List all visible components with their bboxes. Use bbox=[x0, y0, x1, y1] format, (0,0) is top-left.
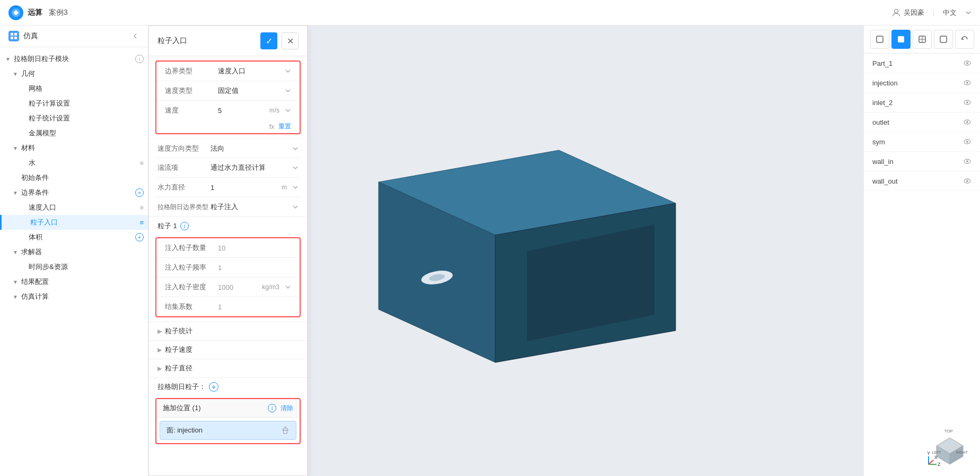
particle-stat-collapse[interactable]: ▶ 粒子统计 bbox=[149, 322, 307, 340]
sidebar-item-metal-model[interactable]: 金属模型 bbox=[0, 126, 148, 141]
view-isometric-btn[interactable] bbox=[870, 30, 889, 49]
velocity-type-value: 固定值 bbox=[218, 86, 239, 96]
right-panel-item-wallin[interactable]: wall_in bbox=[864, 152, 980, 171]
cohesion-value[interactable]: 1 bbox=[218, 303, 222, 311]
lagrange-boundary-value: 粒子注入 bbox=[211, 202, 238, 212]
cohesion-row: 结集系数 1 bbox=[156, 297, 300, 316]
sidebar-item-water[interactable]: 水 ≡ bbox=[0, 155, 148, 170]
eye-icon-wallout[interactable] bbox=[963, 177, 972, 185]
svg-text:TOP: TOP bbox=[944, 429, 953, 434]
hydraulic-row: 水力直径 1 m bbox=[149, 178, 307, 197]
direction-type-value-area[interactable]: 法向 bbox=[211, 144, 299, 153]
inject-density-label: 注入粒子密度 bbox=[165, 282, 218, 292]
cohesion-label: 结集系数 bbox=[165, 302, 218, 311]
lagrange-add-icon[interactable]: + bbox=[209, 382, 218, 392]
project-name[interactable]: 案例3 bbox=[49, 8, 68, 18]
add-body-force-icon[interactable]: + bbox=[135, 233, 144, 241]
right-panel-item-inlet2[interactable]: inlet_2 bbox=[864, 93, 980, 112]
sidebar-item-geometry[interactable]: ▼ 几何 bbox=[0, 66, 148, 81]
delete-icon[interactable] bbox=[281, 426, 290, 435]
lagrange-boundary-value-area[interactable]: 粒子注入 bbox=[211, 202, 299, 212]
sidebar-tree: ▼ 拉格朗日粒子模块 i ▼ 几何 网格 粒子计算设置 bbox=[0, 47, 148, 476]
svg-point-24 bbox=[966, 82, 968, 84]
close-button[interactable]: ✕ bbox=[282, 32, 299, 49]
sidebar-item-initial-cond[interactable]: 初始条件 bbox=[0, 170, 148, 185]
3d-model-svg bbox=[347, 140, 707, 394]
right-panel-item-part1[interactable]: Part_1 bbox=[864, 54, 980, 73]
expand-icon: ▼ bbox=[12, 71, 19, 77]
sidebar-item-particle-calc[interactable]: 粒子计算设置 bbox=[0, 96, 148, 111]
velocity-type-label: 速度类型 bbox=[165, 86, 218, 96]
view-reset-btn[interactable] bbox=[955, 30, 974, 49]
sim-calc-label: 仿真计算 bbox=[21, 292, 144, 301]
fx-button[interactable]: fx bbox=[269, 123, 274, 131]
item-name-injection: injection bbox=[872, 79, 963, 87]
viewport: 粒子入口 ✓ ✕ 边界类型 速度入口 bbox=[148, 25, 863, 476]
sidebar-collapse-icon[interactable] bbox=[131, 32, 139, 40]
sidebar-item-mesh[interactable]: 网格 bbox=[0, 81, 148, 96]
add-boundary-icon[interactable]: + bbox=[135, 188, 144, 197]
velocity-unit: m/s bbox=[269, 107, 279, 114]
inject-count-value[interactable]: 10 bbox=[218, 244, 225, 252]
position-item-text: 面: injection bbox=[167, 426, 281, 435]
sidebar-item-boundary-cond[interactable]: ▼ 边界条件 + bbox=[0, 185, 148, 200]
right-panel-item-wallout[interactable]: wall_out bbox=[864, 171, 980, 191]
sidebar-item-solver[interactable]: ▼ 求解器 bbox=[0, 245, 148, 259]
eye-icon-outlet[interactable] bbox=[963, 118, 972, 126]
right-panel-item-injection[interactable]: injection bbox=[864, 73, 980, 93]
drag-icon: ≡ bbox=[139, 159, 144, 167]
sidebar-item-particle-stat[interactable]: 粒子统计设置 bbox=[0, 111, 148, 126]
sidebar-item-particle-inlet[interactable]: 粒子入口 ≡ bbox=[0, 215, 148, 230]
boundary-type-value-area[interactable]: 速度入口 bbox=[218, 66, 291, 76]
velocity-type-value-area[interactable]: 固定值 bbox=[218, 86, 291, 96]
particle-size-collapse[interactable]: ▶ 粒子直径 bbox=[149, 359, 307, 377]
particle1-header: 粒子 1 i bbox=[149, 217, 307, 235]
solver-label: 求解器 bbox=[21, 247, 144, 257]
position-header: 施加位置 (1) i 清除 bbox=[156, 399, 300, 418]
chevron-down-icon4 bbox=[292, 145, 299, 152]
turbulence-value-area[interactable]: 通过水力直径计算 bbox=[211, 163, 299, 172]
panel-actions: ✓ ✕ bbox=[260, 32, 299, 49]
hydraulic-value[interactable]: 1 bbox=[211, 184, 214, 192]
inject-density-value[interactable]: 1000 bbox=[218, 283, 233, 291]
sidebar-item-body-force[interactable]: 体积 + bbox=[0, 230, 148, 245]
confirm-button[interactable]: ✓ bbox=[260, 32, 277, 49]
eye-icon-wallin[interactable] bbox=[963, 157, 972, 166]
sidebar-item-timestep[interactable]: 时间步&资源 bbox=[0, 259, 148, 274]
view-solid-btn[interactable] bbox=[891, 30, 911, 49]
body-force-label: 体积 bbox=[29, 232, 135, 242]
collapse-arrow-icon3: ▶ bbox=[158, 365, 162, 372]
eye-icon-injection[interactable] bbox=[963, 79, 972, 87]
item-name-inlet2: inlet_2 bbox=[872, 99, 963, 107]
eye-icon-inlet2[interactable] bbox=[963, 98, 972, 107]
sidebar-item-result-config[interactable]: ▼ 结果配置 bbox=[0, 274, 148, 289]
result-config-label: 结果配置 bbox=[21, 277, 144, 287]
particle-speed-collapse[interactable]: ▶ 粒子速度 bbox=[149, 340, 307, 359]
view-wireframe-btn[interactable] bbox=[913, 30, 932, 49]
reset-button[interactable]: 重置 bbox=[278, 122, 291, 131]
velocity-row: 速度 5 m/s bbox=[156, 101, 300, 120]
user-info[interactable]: 吴因豪 bbox=[892, 8, 924, 18]
boundary-type-value: 速度入口 bbox=[218, 66, 246, 76]
view-surface-btn[interactable] bbox=[934, 30, 953, 49]
eye-icon-part1[interactable] bbox=[963, 59, 972, 67]
particle-speed-label: 粒子速度 bbox=[165, 345, 192, 354]
inject-freq-value[interactable]: 1 bbox=[218, 264, 222, 272]
velocity-value[interactable]: 5 bbox=[218, 107, 222, 115]
right-panel-item-sym[interactable]: sym bbox=[864, 132, 980, 152]
svg-text:X: X bbox=[934, 455, 938, 460]
lagrange-boundary-label: 拉格朗日边界类型 bbox=[158, 203, 211, 212]
svg-point-32 bbox=[966, 160, 968, 162]
eye-icon-sym[interactable] bbox=[963, 137, 972, 146]
sidebar-item-material[interactable]: ▼ 材料 bbox=[0, 141, 148, 155]
svg-rect-4 bbox=[11, 37, 13, 39]
clear-button[interactable]: 清除 bbox=[281, 404, 293, 413]
language-selector[interactable]: 中文 bbox=[943, 8, 957, 18]
right-panel-item-outlet[interactable]: outlet bbox=[864, 112, 980, 132]
sidebar-item-velocity-inlet[interactable]: 速度入口 ≡ bbox=[0, 200, 148, 215]
sidebar-item-lagrange-module[interactable]: ▼ 拉格朗日粒子模块 i bbox=[0, 51, 148, 66]
inject-density-row: 注入粒子密度 1000 kg/m3 bbox=[156, 278, 300, 297]
sidebar-item-sim-calc[interactable]: ▼ 仿真计算 bbox=[0, 289, 148, 304]
svg-text:Z: Z bbox=[938, 462, 941, 467]
left-sidebar: 仿真 ▼ 拉格朗日粒子模块 i ▼ 几何 网格 bbox=[0, 25, 148, 476]
